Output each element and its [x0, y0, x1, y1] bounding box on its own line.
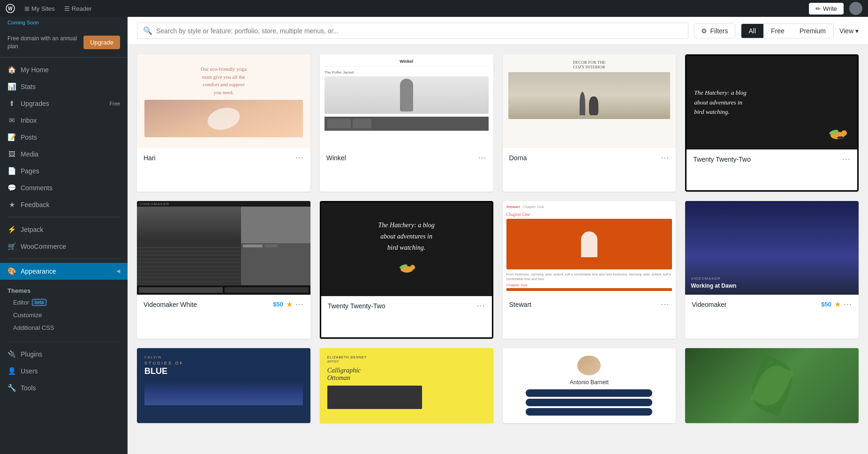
stats-icon: 📊	[8, 82, 16, 91]
theme-name-vm-white: Videomaker White	[143, 301, 197, 308]
sidebar-item-feedback[interactable]: ★ Feedback	[0, 196, 128, 213]
theme-more-icon-vm-white[interactable]: ···	[295, 299, 304, 309]
theme-card-winkel: Winkel The Puffer Jacket Winkel	[320, 54, 493, 192]
theme-card-videomaker: VIDEOMAKER Working at Dawn Videomaker $5…	[685, 201, 859, 338]
search-input[interactable]	[156, 27, 682, 35]
calvin-blue: BLUE	[144, 366, 303, 376]
calligraphic-image	[327, 386, 423, 409]
calvin-top: CALVIN	[144, 356, 303, 359]
sidebar-item-my-home[interactable]: 🏠 My Home	[0, 61, 128, 78]
vm-content	[137, 207, 310, 285]
sidebar-item-upgrades[interactable]: ⬆ Upgrades Free	[0, 95, 128, 112]
reader-link[interactable]: ☰ Reader	[64, 5, 92, 12]
theme-preview-22: The Hatchery: a blogabout adventures inb…	[687, 56, 857, 149]
theme-card-antonio: Antonio Barnett	[503, 348, 676, 423]
theme-more-icon-videomaker[interactable]: ···	[844, 299, 852, 309]
antonio-link-1	[526, 389, 652, 397]
preview-22-tagline: The Hatchery: a blogabout adventures inb…	[694, 88, 747, 117]
sidebar-item-pages[interactable]: 📄 Pages	[0, 163, 128, 179]
bird-row2	[378, 259, 435, 279]
sidebar-item-tools[interactable]: 🔧 Tools	[0, 380, 128, 396]
sidebar-item-jetpack[interactable]: ⚡ Jetpack	[0, 221, 128, 238]
home-icon: 🏠	[8, 66, 16, 74]
theme-preview-vm-white: VIDEOMAKER	[137, 201, 310, 295]
theme-star-videomaker[interactable]: ★	[834, 300, 841, 309]
antonio-links	[510, 389, 669, 416]
sidebar-item-posts[interactable]: 📝 Posts	[0, 129, 128, 146]
sidebar-label: Comments	[21, 184, 53, 192]
theme-actions-hari: ···	[295, 153, 304, 163]
sidebar-item-media[interactable]: 🖼 Media	[0, 146, 128, 163]
feedback-icon: ★	[8, 201, 16, 209]
theme-footer-22-row2: Twenty Twenty-Two ···	[321, 296, 492, 315]
tab-premium[interactable]: Premium	[792, 24, 833, 38]
svg-point-5	[837, 136, 845, 139]
sidebar-item-editor[interactable]: Editor beta	[0, 296, 128, 309]
sidebar-item-woocommerce[interactable]: 🛒 WooCommerce	[0, 238, 128, 255]
sidebar-nav: 🏠 My Home 📊 Stats ⬆ Upgrades Free	[0, 58, 128, 454]
view-button[interactable]: View ▾	[839, 27, 859, 35]
upgrade-button[interactable]: Upgrade	[83, 36, 120, 49]
theme-more-icon-22-row2[interactable]: ···	[476, 301, 485, 311]
media-icon: 🖼	[8, 150, 16, 158]
theme-card-hari: Our eco-friendly yogamats give you all t…	[137, 54, 310, 192]
tab-all[interactable]: All	[741, 24, 764, 38]
dorna-title: DECOR FOR THECOZY INTERIOR	[508, 60, 671, 69]
stewart-chapter: Chapter One	[506, 212, 672, 217]
sidebar-label: Stats	[21, 83, 36, 90]
sidebar-item-customize[interactable]: Customize	[0, 309, 128, 321]
stewart-nav: Stewart Chapter One	[506, 205, 672, 209]
theme-more-icon-dorna[interactable]: ···	[661, 153, 669, 163]
sidebar-item-plugins[interactable]: 🔌 Plugins	[0, 346, 128, 363]
filters-button[interactable]: ⚙ Filters	[694, 23, 735, 38]
antonio-name: Antonio Barnett	[570, 379, 609, 386]
sidebar-divider	[8, 217, 120, 217]
sidebar-item-stats[interactable]: 📊 Stats	[0, 78, 128, 95]
write-button[interactable]: ✏ Write	[809, 3, 844, 15]
jetpack-icon: ⚡	[8, 225, 16, 234]
sidebar-label: Upgrades	[21, 100, 49, 107]
theme-more-icon-hari[interactable]: ···	[295, 153, 304, 163]
theme-name-dorna: Dorna	[509, 154, 527, 162]
antonio-link-3	[526, 408, 652, 416]
wordpress-logo[interactable]: W	[6, 4, 15, 13]
theme-footer-stewart: Stewart ···	[503, 295, 676, 314]
winkel-product-image	[325, 76, 489, 114]
pencil-icon: ✏	[815, 5, 821, 12]
sidebar-item-inbox[interactable]: ✉ Inbox	[0, 112, 128, 129]
theme-price-vm-white: $50	[273, 301, 283, 308]
sidebar-label: Jetpack	[21, 226, 43, 233]
woo-icon: 🛒	[8, 242, 16, 251]
theme-name-22-row2: Twenty Twenty-Two	[328, 302, 385, 310]
my-sites-link[interactable]: ⊞ My Sites	[24, 5, 55, 12]
user-avatar[interactable]	[849, 2, 862, 15]
theme-more-icon-22[interactable]: ···	[842, 154, 851, 164]
theme-more-icon-winkel[interactable]: ···	[478, 153, 486, 163]
stewart-hero	[506, 219, 672, 269]
tab-free[interactable]: Free	[763, 24, 792, 38]
theme-actions-winkel: ···	[478, 153, 486, 163]
sidebar-label: Users	[21, 367, 38, 375]
topbar: W ⊞ My Sites ☰ Reader ✏ Write	[0, 0, 868, 17]
theme-star-vm-white[interactable]: ★	[286, 300, 293, 309]
filter-tabs: All Free Premium	[741, 23, 834, 38]
svg-text:W: W	[8, 6, 13, 11]
theme-footer-hari: Hari ···	[137, 148, 310, 167]
wp-icon: W	[6, 4, 15, 13]
tools-icon: 🔧	[8, 384, 16, 392]
theme-footer-dorna: Dorna ···	[503, 148, 676, 167]
theme-card-calligraphic: ELIZABETH BENNET ARTIST CalligraphicOtto…	[320, 348, 493, 423]
sidebar-label: Pages	[21, 167, 39, 175]
theme-more-icon-stewart[interactable]: ···	[661, 299, 669, 309]
vm-right-col	[241, 207, 310, 285]
sidebar-item-additional-css[interactable]: Additional CSS	[0, 321, 128, 334]
plugins-icon: 🔌	[8, 350, 16, 358]
sidebar-item-appearance[interactable]: 🎨 Appearance ◀	[0, 263, 128, 280]
theme-actions-22-row2: ···	[476, 301, 485, 311]
sidebar-label: Tools	[21, 384, 36, 392]
theme-actions-stewart: ···	[661, 299, 669, 309]
sidebar-item-comments[interactable]: 💬 Comments	[0, 179, 128, 196]
search-input-wrap[interactable]: 🔍	[137, 22, 688, 39]
sidebar-item-users[interactable]: 👤 Users	[0, 363, 128, 380]
posts-icon: 📝	[8, 133, 16, 141]
